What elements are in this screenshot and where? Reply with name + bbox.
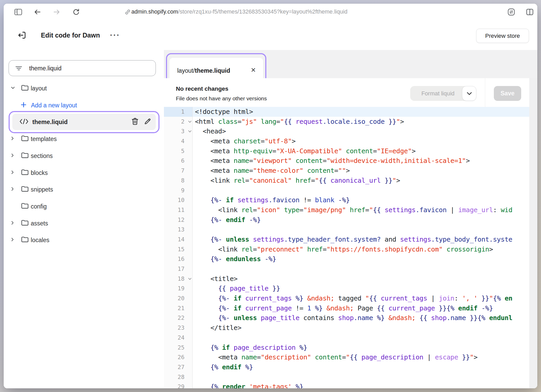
chevron-right-icon[interactable] (11, 220, 14, 225)
line-number: 23 (164, 323, 193, 333)
code-line[interactable]: 26 <meta name="description" content="{{ … (164, 352, 529, 362)
code-line[interactable]: 10 {%- if settings.favicon != blank -%} (164, 195, 529, 205)
code-line-text: <head> (193, 126, 529, 136)
preview-store-button[interactable]: Preview store (476, 29, 529, 43)
exit-editor-icon[interactable] (17, 30, 27, 40)
format-liquid-button[interactable]: Format liquid (410, 86, 466, 101)
code-line[interactable]: 17 (164, 264, 529, 274)
code-file-icon (19, 118, 29, 125)
code-line[interactable]: 19 {{ page_title }} (164, 284, 529, 293)
desktop-background: admin.shopify.com/store/rzq1xu-f5/themes… (0, 0, 541, 392)
code-line[interactable]: 22 {%- unless page_title contains shop.n… (164, 313, 529, 323)
filter-icon (15, 65, 22, 71)
code-line[interactable]: 18 <title> (164, 274, 529, 284)
chevron-right-icon[interactable] (11, 187, 14, 191)
chevron-right-icon[interactable] (11, 170, 14, 174)
line-number: 9 (164, 186, 193, 195)
chevron-right-icon[interactable] (11, 136, 14, 140)
sidebar-folder-snippets[interactable]: snippets (4, 181, 164, 198)
code-line[interactable]: 16 {%- endunless -%} (164, 254, 529, 264)
code-line-text (193, 264, 529, 274)
sidebar-folder-templates[interactable]: templates (4, 130, 164, 147)
code-line-text: <link rel="icon" type="image/png" href="… (193, 205, 529, 215)
code-line[interactable]: 27 {% endif %} (164, 362, 529, 372)
sidebar-folder-blocks[interactable]: blocks (4, 164, 164, 181)
sidebar-folder-sections[interactable]: sections (4, 147, 164, 164)
rename-file-button (144, 118, 151, 126)
folder-label: templates (31, 135, 57, 142)
line-number: 6 (164, 156, 193, 166)
code-line[interactable]: 3 <head> (164, 126, 529, 136)
sidebar-file-theme.liquid[interactable]: theme.liquid (4, 113, 164, 130)
format-liquid-dropdown[interactable] (462, 86, 476, 101)
sidebar-folder-layout[interactable]: layout (4, 80, 164, 97)
code-line-text: </title> (193, 323, 529, 333)
code-line[interactable]: 1<!doctype html> (164, 107, 529, 117)
chevron-down-icon[interactable] (11, 86, 15, 90)
folder-label: sections (31, 152, 53, 159)
tab-close-icon[interactable]: ✕ (251, 66, 256, 74)
code-line[interactable]: 29 {% render 'meta-tags' %} (164, 382, 529, 388)
code-line[interactable]: 13 (164, 225, 529, 235)
split-view-icon[interactable] (526, 8, 534, 16)
code-line[interactable]: 8 <link rel="canonical" href="{{ canonic… (164, 176, 529, 186)
code-line-text: {% if page_description %} (193, 343, 529, 353)
code-line[interactable]: 25 {% if page_description %} (164, 343, 529, 353)
address-bar[interactable]: admin.shopify.com/store/rzq1xu-f5/themes… (131, 4, 347, 20)
code-line[interactable]: 24 (164, 333, 529, 343)
code-line[interactable]: 4 <meta charset="utf-8"> (164, 136, 529, 146)
code-line[interactable]: 28 (164, 372, 529, 382)
line-number: 14 (164, 235, 193, 244)
line-number: 26 (164, 352, 193, 362)
code-line-text: {%- unless page_title contains shop.name… (193, 313, 529, 323)
folder-icon (21, 84, 29, 91)
code-line-text: {%- unless settings.type_header_font.sys… (193, 235, 529, 244)
page-title: Edit code for Dawn (41, 31, 100, 39)
code-fold-icon[interactable] (188, 130, 192, 133)
line-number: 25 (164, 343, 193, 353)
folder-label: snippets (31, 186, 53, 193)
trash-icon[interactable] (131, 117, 139, 126)
back-icon[interactable] (34, 9, 41, 15)
code-line[interactable]: 7 <meta name="theme-color" content=""> (164, 166, 529, 176)
code-editor[interactable]: 1<!doctype html>2<html class="js" lang="… (164, 107, 529, 388)
chevron-right-icon[interactable] (11, 237, 14, 242)
code-line[interactable]: 2<html class="js" lang="{{ request.local… (164, 117, 529, 127)
chevron-right-icon[interactable] (11, 153, 14, 157)
line-number: 17 (164, 264, 193, 274)
url-host: admin.shopify.com (131, 9, 178, 15)
code-fold-icon[interactable] (188, 277, 192, 280)
filter-input[interactable] (29, 60, 150, 76)
line-number: 11 (164, 205, 193, 215)
page-settings-icon[interactable] (507, 8, 515, 16)
add-layout-label: Add a new layout (31, 102, 77, 109)
file-filter[interactable] (9, 60, 156, 76)
code-line[interactable]: 9 (164, 186, 529, 195)
pencil-icon[interactable] (144, 118, 151, 125)
code-line[interactable]: 21 {%- if current_page != 1 %} &ndash; P… (164, 303, 529, 313)
overflow-menu-icon[interactable]: ··· (110, 31, 120, 40)
line-number: 15 (164, 244, 193, 254)
code-line[interactable]: 5 <meta http-equiv="X-UA-Compatible" con… (164, 146, 529, 156)
code-line[interactable]: 12 {%- endif -%} (164, 215, 529, 225)
app-header: Edit code for Dawn ··· Preview store (4, 20, 537, 50)
sidebar-folder-assets[interactable]: assets (4, 215, 164, 232)
delete-file-button (131, 117, 139, 127)
sidebar-folder-config[interactable]: config (4, 198, 164, 215)
code-line-text: {%- endif -%} (193, 215, 529, 225)
reload-icon[interactable] (72, 8, 80, 16)
save-button[interactable]: Save (494, 86, 521, 101)
code-line[interactable]: 20 {%- if current_tags %} &ndash; tagged… (164, 293, 529, 303)
code-line-text (193, 186, 529, 195)
code-line[interactable]: 6 <meta name="viewport" content="width=d… (164, 156, 529, 166)
code-fold-icon[interactable] (188, 120, 192, 123)
code-line[interactable]: 15 <link rel="preconnect" href="https://… (164, 244, 529, 254)
code-line[interactable]: 23 </title> (164, 323, 529, 333)
code-line[interactable]: 14 {%- unless settings.type_header_font.… (164, 235, 529, 244)
code-line-text: {% endif %} (193, 362, 529, 372)
line-number: 10 (164, 195, 193, 205)
browser-sidebar-toggle-icon[interactable] (14, 8, 22, 16)
editor-scrollbar-track[interactable] (529, 78, 537, 388)
code-line[interactable]: 11 <link rel="icon" type="image/png" hre… (164, 205, 529, 215)
sidebar-folder-locales[interactable]: locales (4, 231, 164, 248)
